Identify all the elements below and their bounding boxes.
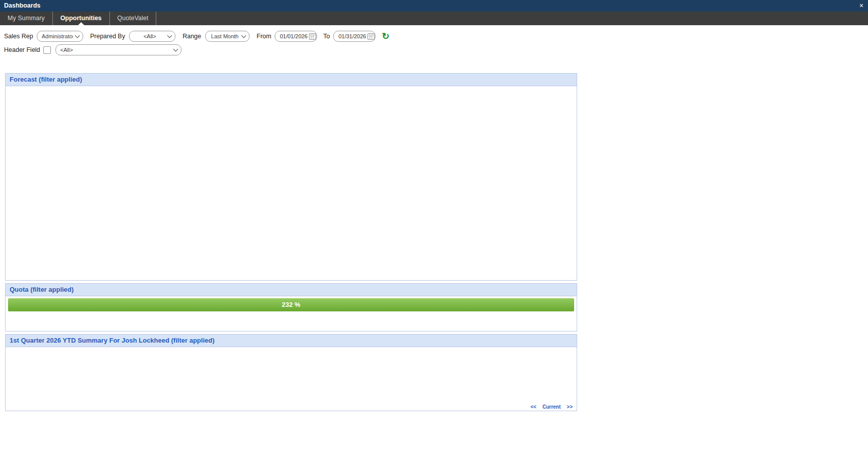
window-title: Dashboards [4,2,40,9]
quota-progress-bar: 232 % [8,298,574,311]
chevron-down-icon [173,47,178,52]
active-tab-notch [78,22,84,25]
to-date-input[interactable]: 01/31/2026 [333,31,376,42]
current-page-label[interactable]: Current [542,404,561,410]
prev-page-button[interactable]: << [531,404,537,410]
from-date-value: 01/01/2026 [280,33,307,39]
sales-rep-value: Administrator [42,33,73,39]
calendar-icon[interactable] [309,33,316,40]
tab-bar: My SummaryOpportunitiesQuoteValet [0,12,868,25]
quota-panel-title: Quota (filter applied) [6,284,577,296]
header-field-select[interactable]: <All> [55,44,181,55]
range-select[interactable]: Last Month [205,31,250,42]
prepared-by-label: Prepared By [90,33,125,40]
chevron-down-icon [75,33,80,38]
chevron-down-icon [167,33,172,38]
forecast-panel-title: Forecast (filter applied) [6,74,577,86]
refresh-icon[interactable]: ↻ [382,31,389,41]
to-label: To [323,33,330,40]
calendar-icon[interactable] [367,33,375,40]
range-value: Last Month [210,33,239,39]
ytd-summary-title: 1st Quarter 2026 YTD Summary For Josh Lo… [6,335,577,347]
range-label: Range [182,33,201,40]
header-field-value: <All> [60,47,171,53]
pagination: << Current >> [531,404,573,410]
tab-quotevalet[interactable]: QuoteValet [110,12,157,25]
next-page-button[interactable]: >> [567,404,573,410]
forecast-panel: Forecast (filter applied) [5,73,577,281]
prepared-by-select[interactable]: <All> [129,31,175,42]
close-icon[interactable]: × [859,2,863,10]
tab-opportunities[interactable]: Opportunities [53,12,110,25]
from-label: From [257,33,271,40]
chevron-down-icon [241,33,246,38]
tab-my-summary[interactable]: My Summary [0,12,53,25]
header-field-checkbox[interactable] [43,46,51,54]
sales-rep-label: Sales Rep [4,33,33,40]
from-date-input[interactable]: 01/01/2026 [275,31,317,42]
dashboards-window: Dashboards × My SummaryOpportunitiesQuot… [0,0,868,458]
window-titlebar: Dashboards × [0,0,868,12]
header-field-label: Header Field [4,46,40,53]
prepared-by-value: <All> [134,33,165,39]
sales-rep-select[interactable]: Administrator [37,31,83,42]
quota-panel: Quota (filter applied) 232 % [5,283,577,332]
header-field-row-1: Header Field<All> [4,44,181,56]
ytd-summary-panel: 1st Quarter 2026 YTD Summary For Josh Lo… [5,334,577,411]
filter-row-main: Sales Rep Administrator Prepared By <All… [4,30,389,42]
to-date-value: 01/31/2026 [338,33,366,39]
